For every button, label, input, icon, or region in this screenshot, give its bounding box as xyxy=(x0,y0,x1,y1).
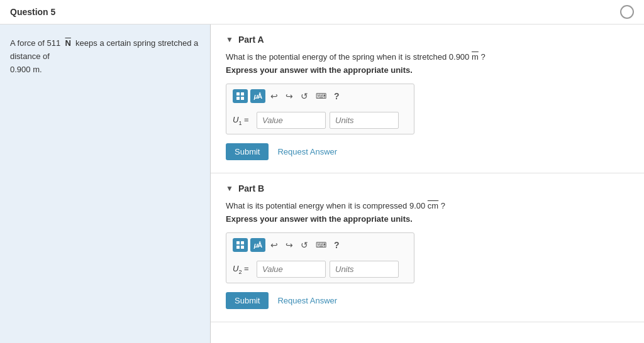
problem-period: . xyxy=(40,65,42,74)
part-b-undo-button[interactable]: ↩ xyxy=(268,239,280,251)
part-b-collapse-arrow[interactable]: ▼ xyxy=(226,184,233,193)
svg-rect-6 xyxy=(236,246,240,249)
part-b-question: What is its potential energy when it is … xyxy=(226,201,629,210)
part-b-mu-button[interactable]: μÅ xyxy=(250,238,265,252)
problem-text-line1: A force of 511 xyxy=(10,38,60,48)
part-b-units-input[interactable] xyxy=(330,261,399,278)
svg-rect-4 xyxy=(236,241,240,244)
part-b-help-button[interactable]: ? xyxy=(331,239,342,251)
svg-rect-3 xyxy=(241,97,244,100)
part-a-value-input[interactable] xyxy=(257,112,326,129)
part-a-section: ▼ Part A What is the potential energy of… xyxy=(211,24,644,173)
svg-rect-1 xyxy=(241,92,244,95)
part-a-header: ▼ Part A xyxy=(226,35,629,45)
part-b-instruction: Express your answer with the appropriate… xyxy=(226,214,629,224)
part-a-help-button[interactable]: ? xyxy=(331,90,342,102)
part-a-answer-box: μÅ ↩ ↪ ↺ ⌨ ? U1 = xyxy=(226,84,414,134)
part-a-instruction: Express your answer with the appropriate… xyxy=(226,65,629,75)
part-b-header: ▼ Part B xyxy=(226,183,629,193)
part-b-value-input[interactable] xyxy=(257,261,326,278)
part-b-redo-button[interactable]: ↪ xyxy=(283,239,296,251)
part-a-request-answer-button[interactable]: Request Answer xyxy=(277,147,337,156)
part-a-undo-button[interactable]: ↩ xyxy=(268,90,280,102)
part-b-input-label: U2 = xyxy=(233,264,253,275)
right-panel: ▼ Part A What is the potential energy of… xyxy=(211,24,644,343)
part-a-keyboard-button[interactable]: ⌨ xyxy=(313,90,329,102)
part-b-grid-button[interactable] xyxy=(233,238,248,252)
part-a-units-input[interactable] xyxy=(330,112,399,129)
problem-statement: A force of 511 N keeps a certain spring … xyxy=(10,37,200,76)
part-b-answer-box: μÅ ↩ ↪ ↺ ⌨ ? U2 = xyxy=(226,232,414,283)
part-a-input-row: U1 = xyxy=(233,112,408,129)
part-a-collapse-arrow[interactable]: ▼ xyxy=(226,35,233,44)
problem-distance: 0.900 xyxy=(10,65,31,74)
problem-unit-N: N xyxy=(65,38,70,48)
main-content: A force of 511 N keeps a certain spring … xyxy=(0,24,644,343)
part-a-submit-button[interactable]: Submit xyxy=(226,143,269,160)
part-a-mu-button[interactable]: μÅ xyxy=(250,89,265,103)
part-a-action-row: Submit Request Answer xyxy=(226,143,629,160)
svg-rect-5 xyxy=(241,241,244,244)
part-a-grid-button[interactable] xyxy=(233,89,248,103)
part-b-request-answer-button[interactable]: Request Answer xyxy=(277,296,337,305)
page-title: Question 5 xyxy=(10,7,55,17)
part-b-refresh-button[interactable]: ↺ xyxy=(298,239,311,251)
page-header: Question 5 xyxy=(0,0,644,24)
part-b-toolbar: μÅ ↩ ↪ ↺ ⌨ ? xyxy=(233,238,408,256)
header-circle-icon xyxy=(620,5,634,19)
svg-rect-7 xyxy=(241,246,244,249)
part-b-section: ▼ Part B What is its potential energy wh… xyxy=(211,173,644,322)
part-b-action-row: Submit Request Answer xyxy=(226,292,629,309)
svg-rect-0 xyxy=(236,92,240,95)
part-a-toolbar: μÅ ↩ ↪ ↺ ⌨ ? xyxy=(233,89,408,107)
problem-unit-m: m xyxy=(33,65,40,74)
part-b-submit-button[interactable]: Submit xyxy=(226,292,269,309)
part-a-refresh-button[interactable]: ↺ xyxy=(298,90,311,102)
part-a-redo-button[interactable]: ↪ xyxy=(283,90,296,102)
part-b-keyboard-button[interactable]: ⌨ xyxy=(313,239,329,251)
part-b-label: Part B xyxy=(238,183,264,193)
part-a-input-label: U1 = xyxy=(233,115,253,126)
svg-rect-2 xyxy=(236,97,240,100)
part-b-input-row: U2 = xyxy=(233,261,408,278)
part-a-label: Part A xyxy=(238,35,264,45)
left-panel: A force of 511 N keeps a certain spring … xyxy=(0,24,211,343)
part-a-question: What is the potential energy of the spri… xyxy=(226,52,629,62)
